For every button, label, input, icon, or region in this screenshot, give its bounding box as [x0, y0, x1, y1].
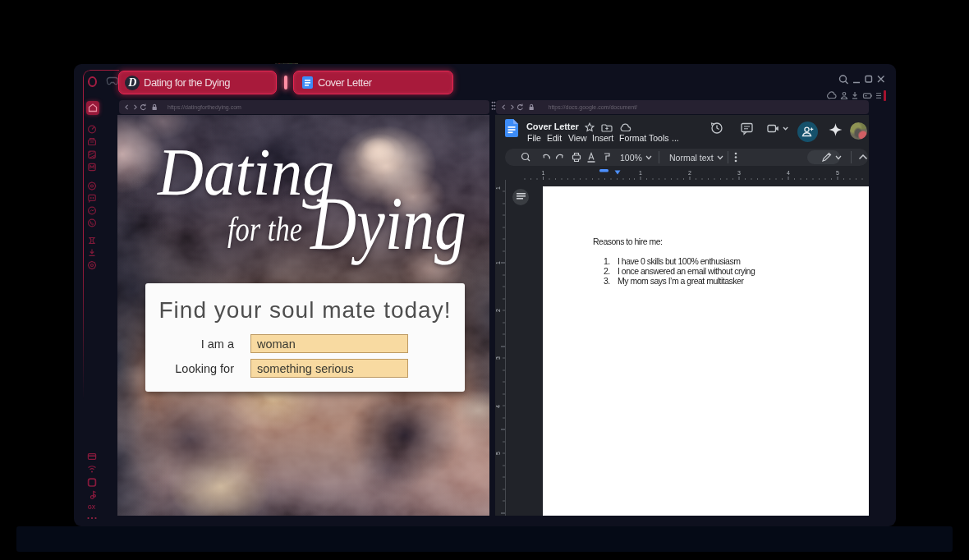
svg-text:1: 1	[495, 186, 501, 190]
svg-text:5: 5	[836, 170, 839, 176]
svg-text:4: 4	[495, 405, 501, 408]
svg-text:3: 3	[737, 170, 741, 176]
svg-text:1: 1	[542, 170, 545, 176]
svg-text:2: 2	[688, 170, 691, 176]
svg-text:Dating: Dating	[157, 135, 334, 209]
svg-text:for the: for the	[227, 211, 302, 249]
svg-text:3: 3	[495, 356, 501, 360]
svg-text:GX: GX	[88, 504, 96, 510]
svg-text:2: 2	[495, 309, 501, 312]
svg-text:1: 1	[495, 261, 501, 264]
svg-text:5: 5	[495, 452, 501, 455]
svg-text:1: 1	[639, 170, 642, 176]
svg-text:4: 4	[787, 170, 790, 176]
svg-text:Dying: Dying	[309, 181, 466, 265]
